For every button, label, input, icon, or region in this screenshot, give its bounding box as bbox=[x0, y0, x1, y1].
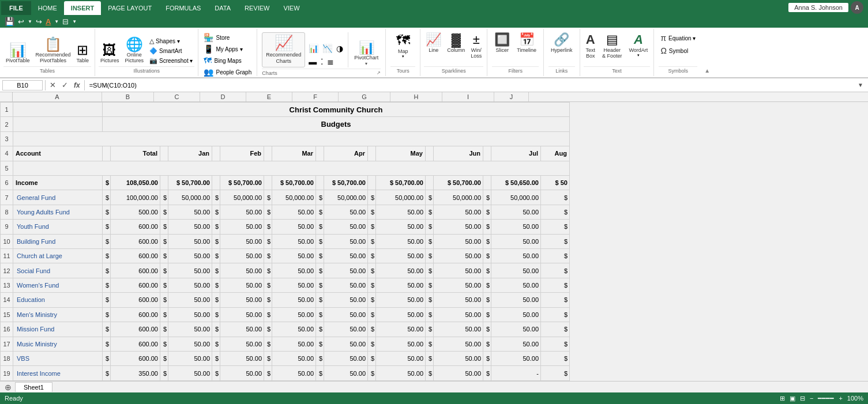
table-button[interactable]: ⊞ Table bbox=[74, 42, 92, 65]
smartart-label: SmartArt bbox=[159, 48, 182, 54]
cancel-formula-icon[interactable]: ✕ bbox=[48, 81, 58, 89]
status-text: Ready bbox=[5, 395, 23, 402]
formula-input[interactable] bbox=[87, 82, 853, 89]
recommended-pivottables-button[interactable]: 📋 RecommendedPivotTables bbox=[35, 36, 72, 65]
tab-formulas[interactable]: FORMULAS bbox=[159, 1, 208, 15]
line-chart-dropdown[interactable]: 📉 bbox=[321, 43, 333, 54]
slicer-button[interactable]: 🔲 Slicer bbox=[492, 32, 512, 54]
timeline-button[interactable]: 📅 Timeline bbox=[514, 32, 539, 54]
save-icon[interactable]: 💾 bbox=[5, 17, 14, 26]
charts-group-label: Charts↗ bbox=[262, 69, 381, 77]
my-apps-label: My Apps ▾ bbox=[216, 46, 242, 52]
formula-bar: ✕ ✓ fx ▼ bbox=[0, 78, 868, 92]
equation-button[interactable]: π Equation ▾ bbox=[659, 32, 697, 44]
formula-expand-btn[interactable]: ▼ bbox=[855, 82, 866, 88]
online-pictures-label: OnlinePictures bbox=[125, 52, 144, 64]
column-chart-button[interactable]: 📊 bbox=[307, 43, 320, 54]
formula-bar-divider2 bbox=[84, 80, 85, 90]
new-sheet-button[interactable]: ⊕ bbox=[2, 383, 14, 392]
cell-reference-box[interactable] bbox=[2, 80, 43, 90]
pie-chart-button[interactable]: ◑ bbox=[335, 43, 344, 54]
redo-icon[interactable]: ↪ bbox=[36, 17, 42, 26]
zoom-slider[interactable]: ━━━━ bbox=[818, 395, 834, 402]
expand-icon: ▲ bbox=[704, 67, 710, 74]
scatter-chart-button[interactable]: ⁚ bbox=[320, 56, 324, 67]
people-graph-icon: 👥 bbox=[204, 67, 213, 77]
ribbon-group-charts: 📈 RecommendedCharts 📊 📉 ◑ bbox=[257, 29, 386, 76]
bar-chart-button[interactable]: ▬ bbox=[307, 56, 318, 67]
more-charts-button[interactable]: ≣ bbox=[326, 56, 335, 67]
col-header-j[interactable]: J bbox=[494, 92, 529, 101]
view-normal-icon[interactable]: ⊞ bbox=[780, 395, 785, 402]
format-icon[interactable]: A bbox=[46, 17, 51, 26]
store-button[interactable]: 🏪 Store bbox=[202, 32, 253, 43]
col-header-f[interactable]: F bbox=[292, 92, 339, 101]
tab-page-layout[interactable]: PAGE LAYOUT bbox=[101, 1, 159, 15]
view-layout-icon[interactable]: ▣ bbox=[790, 395, 795, 402]
confirm-formula-icon[interactable]: ✓ bbox=[60, 81, 70, 89]
my-apps-button[interactable]: 📱 My Apps ▾ bbox=[202, 44, 253, 54]
textbox-button[interactable]: A TextBox bbox=[584, 32, 598, 60]
shapes-label: Shapes ▾ bbox=[156, 38, 180, 44]
screenshot-button[interactable]: 📷 Screenshot ▾ bbox=[148, 56, 194, 65]
wordart-button[interactable]: A WordArt ▾ bbox=[627, 32, 651, 59]
quick-access-toolbar: 💾 ↩ ▼ ↪ A ▼ ⊟ ▼ bbox=[0, 15, 868, 28]
col-header-c[interactable]: C bbox=[154, 92, 200, 101]
grid-scroll-area[interactable]: 1 Christ Community Church 2 Budgets 3 4 … bbox=[0, 102, 868, 381]
undo-icon[interactable]: ↩ bbox=[18, 17, 24, 26]
sheet-tab-1[interactable]: Sheet1 bbox=[15, 382, 52, 392]
col-header-e[interactable]: E bbox=[246, 92, 292, 101]
pictures-label: Pictures bbox=[100, 58, 119, 64]
col-header-h[interactable]: H bbox=[390, 92, 442, 101]
recommended-charts-icon: 📈 bbox=[275, 35, 293, 50]
sparkline-winloss-button[interactable]: ± Win/Loss bbox=[469, 32, 483, 60]
col-header-i[interactable]: I bbox=[442, 92, 494, 101]
header-footer-button[interactable]: ▤ Header& Footer bbox=[600, 32, 625, 60]
col-header-g[interactable]: G bbox=[339, 92, 390, 101]
sparkline-column-button[interactable]: ▓ Column bbox=[445, 32, 467, 54]
charts-expand-icon[interactable]: ↗ bbox=[377, 70, 381, 75]
smartart-icon: 🔷 bbox=[149, 47, 157, 55]
tab-home[interactable]: HOME bbox=[31, 1, 64, 15]
dropdown-icon[interactable]: ▼ bbox=[54, 19, 59, 24]
map-button[interactable]: 🗺 Map ▾ bbox=[394, 32, 412, 60]
pivottable-button[interactable]: 📊 PivotTable bbox=[3, 42, 32, 65]
bing-maps-button[interactable]: 🗺 Bing Maps bbox=[202, 55, 253, 66]
tab-view[interactable]: VIEW bbox=[276, 1, 306, 15]
hyperlink-button[interactable]: 🔗 Hyperlink bbox=[548, 32, 575, 54]
status-right: ⊞ ▣ ⊟ − ━━━━ + 100% bbox=[780, 395, 863, 402]
people-graph-button[interactable]: 👥 People Graph bbox=[202, 67, 253, 77]
ribbon-expand-button[interactable]: ▲ bbox=[702, 29, 712, 76]
col-header-b[interactable]: B bbox=[102, 92, 154, 101]
store-icon: 🏪 bbox=[204, 33, 213, 42]
pictures-button[interactable]: 🖼 Pictures bbox=[99, 42, 121, 65]
tab-insert[interactable]: INSERT bbox=[64, 1, 101, 15]
wordart-icon: A bbox=[634, 33, 643, 46]
zoom-in-icon[interactable]: + bbox=[839, 395, 842, 402]
header-footer-icon: ▤ bbox=[606, 33, 618, 46]
pivotchart-button[interactable]: 📊 PivotChart ▾ bbox=[352, 40, 381, 67]
row-number: 2 bbox=[1, 117, 13, 131]
insert-function-icon[interactable]: fx bbox=[72, 81, 82, 89]
user-name-display[interactable]: Anna S. Johnson bbox=[788, 3, 848, 12]
col-header-a[interactable]: A bbox=[13, 92, 102, 101]
hyperlink-icon: 🔗 bbox=[554, 33, 569, 46]
tab-data[interactable]: DATA bbox=[208, 1, 238, 15]
shapes-button[interactable]: △ Shapes ▾ bbox=[148, 37, 194, 46]
recommended-charts-button[interactable]: 📈 RecommendedCharts bbox=[262, 32, 305, 67]
table-row: 13Women's Fund$600.00$50.00$50.00$50.00$… bbox=[1, 278, 570, 292]
view-page-icon[interactable]: ⊟ bbox=[800, 395, 805, 402]
col-header-d[interactable]: D bbox=[200, 92, 246, 101]
smartart-button[interactable]: 🔷 SmartArt bbox=[148, 47, 194, 55]
tours-group-label: Tours bbox=[390, 66, 415, 75]
symbol-button[interactable]: Ω Symbol bbox=[659, 45, 697, 56]
online-pictures-button[interactable]: 🌐 OnlinePictures bbox=[123, 36, 146, 65]
tab-file[interactable]: FILE bbox=[1, 1, 31, 15]
borders-icon[interactable]: ⊟ bbox=[62, 17, 69, 26]
row-number: 4 bbox=[1, 146, 13, 161]
tab-review[interactable]: REVIEW bbox=[238, 1, 276, 15]
sparkline-line-button[interactable]: 📈 Line bbox=[424, 32, 443, 54]
borders-dropdown-icon[interactable]: ▼ bbox=[72, 19, 77, 24]
zoom-out-icon[interactable]: − bbox=[810, 395, 813, 402]
undo-dropdown-icon[interactable]: ▼ bbox=[28, 19, 32, 24]
